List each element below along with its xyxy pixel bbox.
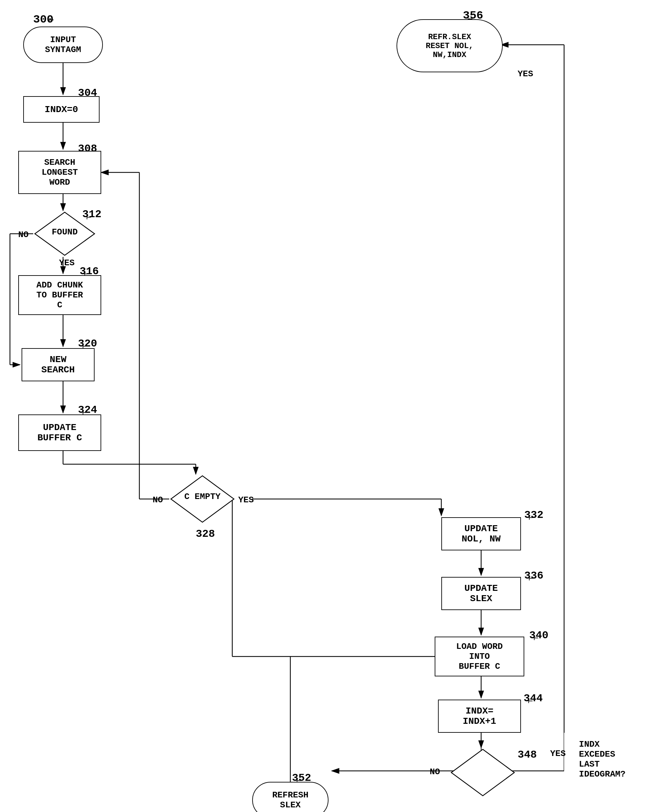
found-no-label: NO	[18, 230, 28, 240]
label-348: 348	[518, 749, 537, 761]
node-308: SEARCH LONGEST WORD	[18, 151, 101, 194]
cempty-no-label: NO	[153, 495, 163, 505]
indx-no-label: NO	[430, 767, 440, 777]
svg-marker-32	[451, 749, 514, 796]
node-304: INDX=0	[23, 96, 100, 123]
node-328-diamond	[169, 474, 236, 524]
node-312-diamond	[33, 211, 96, 257]
label-328: 328	[196, 528, 215, 540]
indx-excedes-yes-right-label: YES	[518, 69, 533, 79]
node-332: UPDATE NOL, NW	[441, 517, 521, 550]
node-348-note: INDX EXCEDES LAST IDEOGRAM?	[564, 733, 640, 786]
node-352: REFRESH SLEX	[252, 782, 328, 812]
flowchart-diagram: INPUT SYNTAGM 300 ⌐ 304 INDX=0 308 ⌐ SEA…	[0, 0, 657, 812]
label-336: 336	[524, 570, 543, 582]
node-336: UPDATE SLEX	[441, 577, 521, 610]
node-300: INPUT SYNTAGM	[23, 26, 103, 63]
node-348-diamond	[450, 748, 516, 797]
node-344: INDX= INDX+1	[438, 700, 521, 733]
node-320: NEW SEARCH	[22, 348, 95, 381]
label-332: 332	[524, 509, 543, 521]
node-324: UPDATE BUFFER C	[18, 415, 101, 451]
svg-marker-30	[35, 212, 95, 255]
node-316: ADD CHUNK TO BUFFER C	[18, 275, 101, 315]
found-yes-label: YES	[59, 258, 75, 268]
label-340: 340	[529, 629, 548, 641]
svg-marker-31	[171, 476, 234, 522]
label-344: 344	[524, 692, 543, 705]
cempty-yes-label: YES	[238, 495, 254, 505]
node-356: REFR.SLEX RESET NOL, NW,INDX	[397, 19, 503, 72]
indx-yes-label: YES	[550, 749, 566, 759]
node-340: LOAD WORD INTO BUFFER C	[435, 637, 524, 676]
